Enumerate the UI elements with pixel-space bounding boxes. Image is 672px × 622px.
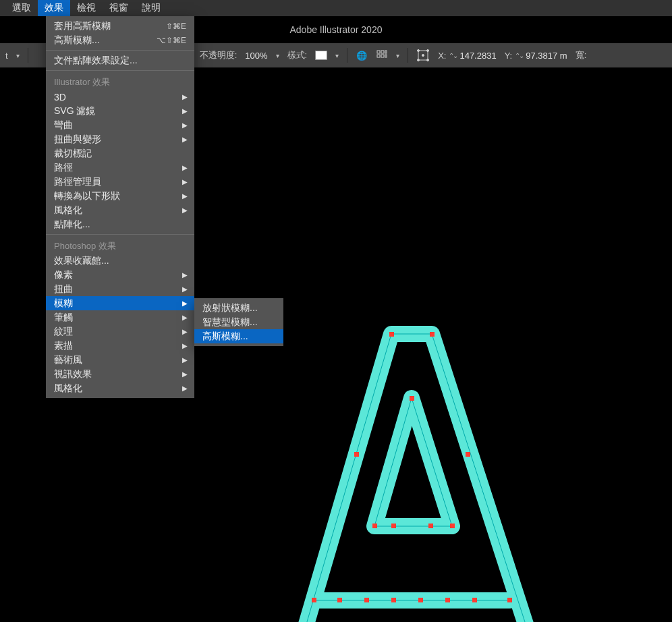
- menu-item-label: 像素: [54, 269, 73, 281]
- svg-rect-1: [381, 51, 384, 53]
- x-value[interactable]: 147.2831: [459, 51, 496, 61]
- menu-item[interactable]: 轉換為以下形狀▶: [46, 189, 194, 203]
- submenu-arrow-icon: ▶: [182, 206, 188, 214]
- submenu-item[interactable]: 高斯模糊...: [194, 329, 283, 343]
- submenu-arrow-icon: ▶: [182, 164, 188, 171]
- stepper-icon[interactable]: ⌃⌄: [449, 52, 457, 59]
- globe-icon[interactable]: 🌐: [356, 49, 368, 61]
- align-grid-icon[interactable]: [376, 49, 388, 61]
- transform-origin-icon[interactable]: [416, 49, 430, 62]
- separator: [28, 48, 28, 63]
- menu-item[interactable]: 彎曲▶: [46, 118, 194, 132]
- submenu-arrow-icon: ▶: [182, 107, 188, 115]
- menu-item[interactable]: 模糊▶: [46, 296, 194, 310]
- menu-gaussian-blur[interactable]: 高斯模糊... ⌥⇧⌘E: [46, 33, 194, 47]
- style-swatch[interactable]: [315, 51, 327, 60]
- chevron-down-icon[interactable]: ▾: [276, 52, 279, 59]
- menu-help[interactable]: 說明: [135, 0, 167, 16]
- submenu-arrow-icon: ▶: [182, 178, 188, 186]
- effect-dropdown: 套用高斯模糊 ⇧⌘E 高斯模糊... ⌥⇧⌘E 文件點陣效果設定... Illu…: [46, 16, 194, 398]
- svg-rect-24: [372, 524, 377, 528]
- menu-item-label: 轉換為以下形狀: [54, 190, 120, 202]
- svg-rect-16: [312, 598, 316, 602]
- submenu-arrow-icon: ▶: [182, 300, 188, 307]
- submenu-arrow-icon: ▶: [182, 93, 188, 101]
- svg-rect-4: [381, 55, 384, 57]
- menu-shortcut: ⌥⇧⌘E: [157, 36, 186, 45]
- menu-shortcut: ⇧⌘E: [166, 22, 186, 31]
- menu-item[interactable]: 效果收藏館...: [46, 254, 194, 268]
- menu-item-label: 紋理: [54, 326, 73, 338]
- submenu-item[interactable]: 放射狀模糊...: [194, 301, 283, 315]
- opacity-value[interactable]: 100%: [245, 51, 267, 61]
- svg-rect-25: [410, 396, 414, 401]
- menu-item-label: 藝術風: [54, 354, 82, 366]
- svg-rect-0: [377, 51, 380, 53]
- svg-rect-20: [418, 598, 423, 602]
- menu-item[interactable]: 風格化▶: [46, 203, 194, 217]
- menu-item[interactable]: 路徑管理員▶: [46, 175, 194, 189]
- svg-point-9: [418, 59, 420, 61]
- submenu-arrow-icon: ▶: [182, 356, 188, 364]
- menu-item[interactable]: 紋理▶: [46, 324, 194, 339]
- y-value[interactable]: 97.3817 m: [526, 51, 567, 61]
- menu-item[interactable]: 扭曲與變形▶: [46, 132, 194, 146]
- svg-rect-21: [445, 598, 450, 602]
- artwork-letter-a[interactable]: [256, 324, 648, 622]
- y-coordinate: Y: ⌃⌄ 97.3817 m: [505, 51, 567, 61]
- svg-rect-18: [364, 598, 369, 602]
- x-coordinate: X: ⌃⌄ 147.2831: [438, 51, 497, 61]
- menu-item[interactable]: 視訊效果▶: [46, 367, 194, 381]
- menu-item-label: 效果收藏館...: [54, 255, 109, 267]
- svg-rect-27: [391, 524, 396, 528]
- menu-item-label: 套用高斯模糊: [54, 20, 111, 32]
- menu-item[interactable]: 像素▶: [46, 268, 194, 282]
- menu-item[interactable]: 素描▶: [46, 339, 194, 353]
- menu-item[interactable]: 藝術風▶: [46, 353, 194, 367]
- menu-item-label: 風格化: [54, 383, 82, 395]
- stepper-icon[interactable]: ⌃⌄: [515, 52, 523, 59]
- menu-item-label: 文件點陣效果設定...: [54, 55, 138, 67]
- menu-item[interactable]: 風格化▶: [46, 381, 194, 395]
- chevron-down-icon[interactable]: ▾: [396, 52, 399, 59]
- submenu-arrow-icon: ▶: [182, 328, 188, 335]
- menu-item[interactable]: 路徑▶: [46, 161, 194, 175]
- submenu-arrow-icon: ▶: [182, 385, 188, 392]
- menu-item-label: SVG 濾鏡: [54, 105, 95, 117]
- menu-window[interactable]: 視窗: [103, 0, 135, 16]
- menu-item[interactable]: 裁切標記: [46, 146, 194, 161]
- menu-item-label: 筆觸: [54, 312, 73, 324]
- svg-rect-14: [430, 332, 435, 337]
- menu-item[interactable]: 3D▶: [46, 90, 194, 104]
- submenu-arrow-icon: ▶: [182, 136, 188, 143]
- chevron-down-icon[interactable]: ▾: [335, 52, 339, 59]
- menu-item[interactable]: 筆觸▶: [46, 310, 194, 324]
- menu-item-label: 高斯模糊...: [54, 34, 100, 47]
- chevron-down-icon[interactable]: ▾: [16, 52, 20, 59]
- style-label: 樣式:: [287, 49, 308, 61]
- submenu-item[interactable]: 智慧型模糊...: [194, 315, 283, 329]
- separator: [408, 48, 408, 63]
- svg-point-8: [427, 50, 429, 52]
- menu-doc-raster-settings[interactable]: 文件點陣效果設定...: [46, 53, 194, 67]
- menu-item-label: 點陣化...: [54, 219, 90, 231]
- menu-item-label: 放射狀模糊...: [202, 302, 258, 314]
- submenu-arrow-icon: ▶: [182, 314, 188, 321]
- menu-effect[interactable]: 效果: [38, 0, 70, 16]
- menu-view[interactable]: 檢視: [70, 0, 103, 16]
- menu-item[interactable]: SVG 濾鏡▶: [46, 104, 194, 118]
- x-label: X:: [438, 51, 446, 61]
- menu-item[interactable]: 點陣化...: [46, 217, 194, 231]
- svg-point-7: [418, 50, 420, 52]
- submenu-arrow-icon: ▶: [182, 271, 188, 279]
- menu-apply-gaussian-blur[interactable]: 套用高斯模糊 ⇧⌘E: [46, 19, 194, 33]
- svg-rect-28: [428, 524, 433, 528]
- submenu-arrow-icon: ▶: [182, 342, 188, 349]
- menu-select[interactable]: 選取: [5, 0, 38, 16]
- menu-header-illustrator: Illustrator 效果: [46, 74, 194, 90]
- menu-item-label: 扭曲與變形: [54, 134, 101, 146]
- menu-item[interactable]: 扭曲▶: [46, 282, 194, 296]
- svg-point-11: [422, 55, 424, 57]
- svg-rect-22: [472, 598, 477, 602]
- svg-rect-3: [377, 55, 380, 57]
